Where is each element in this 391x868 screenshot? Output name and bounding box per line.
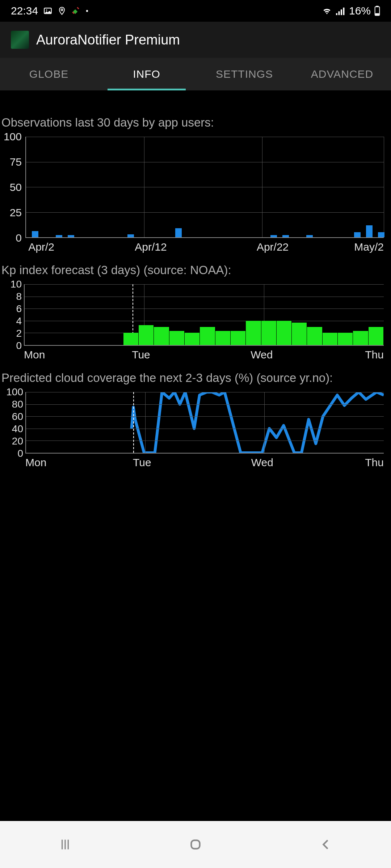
home-button[interactable] <box>185 834 206 855</box>
kp-bar <box>139 325 154 345</box>
location-icon <box>58 7 66 15</box>
tab-info[interactable]: INFO <box>98 58 196 90</box>
xtick: Wed <box>251 346 273 361</box>
ytick: 4 <box>16 315 24 327</box>
ytick: 0 <box>17 448 25 459</box>
kp-bar <box>246 321 261 345</box>
cloud-chart: 020406080100MonTueWedThu <box>0 392 391 479</box>
kp-bar <box>169 331 185 345</box>
ytick: 75 <box>10 156 25 168</box>
now-line <box>133 392 134 453</box>
status-time: 22:34 <box>11 5 38 17</box>
content: Observations last 30 days by app users: … <box>0 90 391 479</box>
obs-bar <box>68 235 74 237</box>
tab-advanced[interactable]: ADVANCED <box>293 58 391 90</box>
picture-icon <box>43 6 52 16</box>
status-bar: 22:34 • 16% <box>0 0 391 22</box>
svg-rect-8 <box>376 6 378 7</box>
ytick: 8 <box>16 291 24 302</box>
status-left: 22:34 • <box>11 5 88 17</box>
ytick: 0 <box>16 232 25 244</box>
kp-bar <box>369 327 384 345</box>
kp-bar <box>338 333 353 345</box>
obs-bar <box>270 235 277 237</box>
xtick: Tue <box>133 454 151 469</box>
kp-bar <box>261 321 277 345</box>
app-bar: AuroraNotifier Premium <box>0 22 391 58</box>
tab-bar: GLOBE INFO SETTINGS ADVANCED <box>0 58 391 90</box>
ytick: 40 <box>12 423 25 435</box>
ytick: 60 <box>12 411 25 422</box>
ytick: 2 <box>16 328 24 339</box>
app-title: AuroraNotifier Premium <box>36 32 180 48</box>
kp-bar <box>323 333 338 345</box>
ytick: 0 <box>16 340 24 352</box>
kp-bar <box>215 331 231 345</box>
ytick: 20 <box>12 435 25 447</box>
svg-rect-13 <box>191 840 199 848</box>
status-right: 16% <box>321 5 380 17</box>
signal-icon <box>336 7 345 15</box>
obs-bar <box>32 231 38 237</box>
ytick: 100 <box>6 386 25 398</box>
kp-bar <box>185 333 200 345</box>
recents-button[interactable] <box>54 834 76 855</box>
kp-title: Kp index forecast (3 days) (source: NOAA… <box>0 263 391 284</box>
ytick: 6 <box>16 303 24 315</box>
xtick: Thu <box>365 346 384 361</box>
svg-rect-9 <box>376 14 379 15</box>
xtick: Tue <box>132 346 150 361</box>
svg-rect-6 <box>343 8 344 15</box>
tab-globe[interactable]: GLOBE <box>0 58 98 90</box>
cloud-title: Predicted cloud coverage the next 2-3 da… <box>0 371 391 392</box>
ytick: 10 <box>10 278 24 290</box>
wifi-icon <box>321 7 332 15</box>
obs-bar <box>306 235 313 237</box>
system-nav-bar <box>0 821 391 868</box>
xtick: Mon <box>25 454 46 469</box>
xtick: Apr/12 <box>135 238 167 253</box>
obs-bar <box>175 228 182 237</box>
ytick: 25 <box>10 207 25 219</box>
ytick: 80 <box>12 399 25 410</box>
ytick: 50 <box>10 181 25 193</box>
obs-bar <box>366 225 373 237</box>
dot-icon: • <box>86 7 88 15</box>
obs-bar <box>378 232 384 237</box>
kp-bar <box>200 327 215 345</box>
obs-bar <box>56 235 62 237</box>
back-button[interactable] <box>315 834 337 855</box>
xtick: May/2 <box>354 238 384 253</box>
obs-bar <box>354 232 361 237</box>
kp-bar <box>277 321 292 345</box>
svg-rect-5 <box>341 9 342 15</box>
tab-settings[interactable]: SETTINGS <box>196 58 293 90</box>
battery-icon <box>374 6 380 16</box>
xtick: Wed <box>251 454 273 469</box>
ytick: 100 <box>4 131 25 143</box>
svg-rect-4 <box>338 11 340 15</box>
obs-bar <box>282 235 289 237</box>
obs-bar <box>127 234 134 237</box>
app-icon <box>11 31 29 49</box>
kp-chart: 0246810MonTueWedThu <box>0 284 391 371</box>
satellite-icon <box>71 6 81 16</box>
kp-bar <box>123 333 139 345</box>
xtick: Thu <box>365 454 384 469</box>
kp-bar <box>307 327 322 345</box>
kp-bar <box>154 327 169 345</box>
svg-rect-3 <box>336 13 337 15</box>
observations-chart: 0255075100Apr/2Apr/12Apr/22May/2 <box>0 137 391 263</box>
svg-point-1 <box>46 9 47 10</box>
battery-pct: 16% <box>349 5 371 17</box>
xtick: Apr/22 <box>257 238 289 253</box>
xtick: Mon <box>24 346 45 361</box>
svg-point-2 <box>61 9 63 11</box>
observations-title: Observations last 30 days by app users: <box>0 116 391 137</box>
xtick: Apr/2 <box>28 238 54 253</box>
kp-bar <box>231 331 246 345</box>
kp-bar <box>292 323 307 345</box>
kp-bar <box>353 331 368 345</box>
